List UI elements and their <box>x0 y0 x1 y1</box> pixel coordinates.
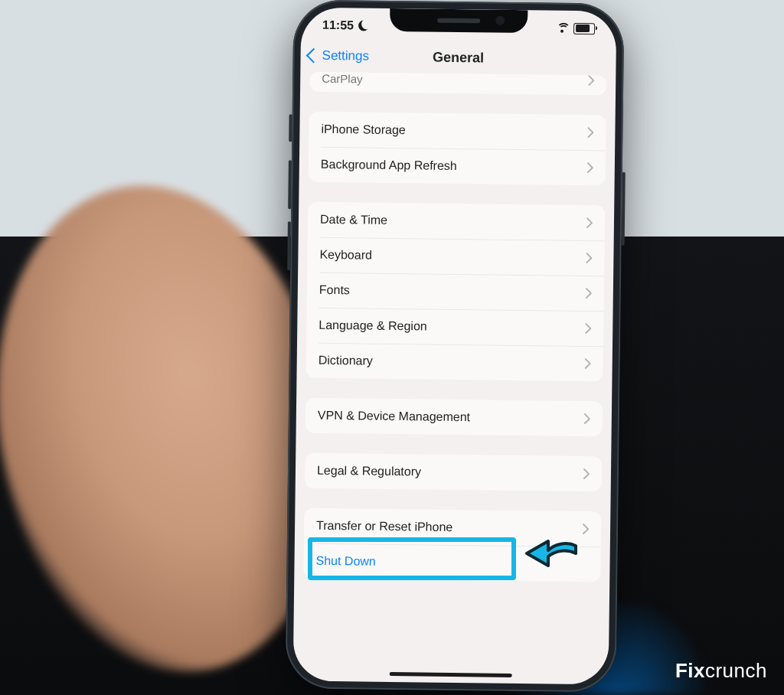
page-title: General <box>433 49 484 66</box>
chevron-left-icon <box>306 48 322 64</box>
settings-content[interactable]: CarPlay iPhone Storage Background App Re… <box>293 72 616 685</box>
phone-frame: 11:55 Settings General CarPlay <box>286 0 625 693</box>
chevron-right-icon <box>588 75 594 86</box>
silent-switch <box>289 114 292 142</box>
volume-up-button <box>288 160 292 209</box>
chevron-right-icon <box>583 468 590 479</box>
watermark-bold: Fix <box>675 659 705 682</box>
chevron-right-icon <box>585 323 591 334</box>
group-system: Date & Time Keyboard Fonts Language & Re… <box>305 202 605 382</box>
screen: 11:55 Settings General CarPlay <box>293 8 617 685</box>
chevron-right-icon <box>586 288 592 299</box>
back-button[interactable]: Settings <box>308 40 369 73</box>
chevron-right-icon <box>586 217 593 228</box>
row-label: iPhone Storage <box>321 122 406 137</box>
volume-down-button <box>287 221 291 270</box>
row-vpn-device-management[interactable]: VPN & Device Management <box>305 398 603 437</box>
row-label: Shut Down <box>315 554 375 569</box>
chevron-right-icon <box>587 127 593 138</box>
row-label: Date & Time <box>320 213 387 227</box>
row-label: Fonts <box>319 283 350 297</box>
front-camera <box>495 16 505 25</box>
group-storage: iPhone Storage Background App Refresh <box>309 112 606 186</box>
row-background-app-refresh[interactable]: Background App Refresh <box>309 147 606 186</box>
wifi-icon <box>555 23 569 34</box>
row-label: VPN & Device Management <box>318 409 470 424</box>
row-legal-regulatory[interactable]: Legal & Regulatory <box>305 453 603 492</box>
row-dictionary[interactable]: Dictionary <box>305 343 603 382</box>
do-not-disturb-icon <box>358 20 369 31</box>
group-carplay: CarPlay <box>309 72 606 96</box>
row-iphone-storage[interactable]: iPhone Storage <box>309 112 606 151</box>
row-label: Language & Region <box>318 318 427 334</box>
row-label: Transfer or Reset iPhone <box>316 519 452 534</box>
row-date-time[interactable]: Date & Time <box>308 202 606 241</box>
power-button <box>622 172 626 246</box>
row-label: Background App Refresh <box>321 158 457 173</box>
chevron-right-icon <box>587 162 593 173</box>
chevron-right-icon <box>585 358 591 369</box>
group-legal: Legal & Regulatory <box>305 453 603 492</box>
annotation-arrow-icon <box>521 530 580 575</box>
chevron-right-icon <box>584 413 590 424</box>
row-keyboard[interactable]: Keyboard <box>307 237 605 276</box>
chevron-right-icon <box>583 524 589 534</box>
row-language-region[interactable]: Language & Region <box>306 308 604 347</box>
row-label: Keyboard <box>319 248 372 263</box>
group-vpn: VPN & Device Management <box>305 398 603 437</box>
row-fonts[interactable]: Fonts <box>307 272 605 312</box>
back-label: Settings <box>322 48 369 64</box>
watermark-rest: crunch <box>705 659 767 682</box>
status-time: 11:55 <box>322 18 354 32</box>
row-label: Legal & Regulatory <box>317 464 421 479</box>
row-label: CarPlay <box>322 72 363 86</box>
chevron-right-icon <box>586 253 592 263</box>
speaker <box>437 18 480 24</box>
navigation-bar: Settings General <box>300 40 616 76</box>
notch <box>390 8 528 33</box>
watermark: Fixcrunch <box>675 659 767 683</box>
row-carplay[interactable]: CarPlay <box>309 72 606 96</box>
row-label: Dictionary <box>318 354 373 368</box>
battery-icon <box>573 22 595 34</box>
